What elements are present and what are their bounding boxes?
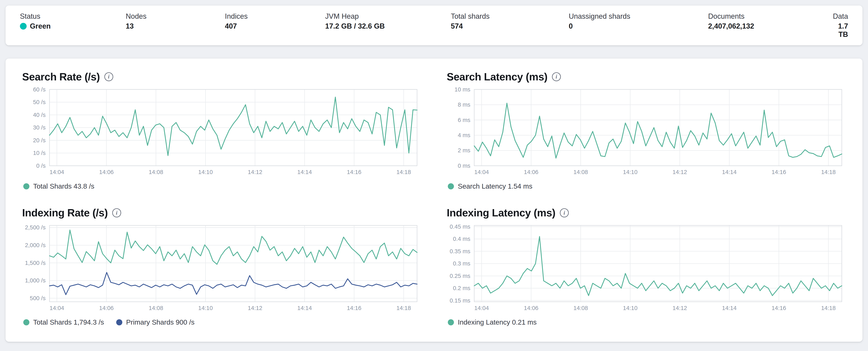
metric-label: Nodes	[126, 12, 225, 21]
svg-text:0.15 ms: 0.15 ms	[450, 297, 470, 304]
svg-text:14:08: 14:08	[149, 305, 163, 311]
metric-value: 407	[225, 22, 325, 30]
svg-text:1,000 /s: 1,000 /s	[25, 277, 46, 284]
metric-value: 13	[126, 22, 225, 30]
metric-label: Status	[20, 12, 126, 21]
svg-text:500 /s: 500 /s	[30, 295, 45, 301]
legend-label: Indexing Latency 0.21 ms	[458, 318, 537, 326]
svg-text:10 /s: 10 /s	[33, 149, 46, 156]
svg-text:50 /s: 50 /s	[33, 99, 46, 105]
metric-value: 17.2 GB / 32.6 GB	[325, 22, 451, 30]
charts-panel: Search Rate (/s) i 0 /s10 /s20 /s30 /s40…	[5, 59, 863, 342]
svg-text:2,500 /s: 2,500 /s	[25, 224, 46, 231]
metric-status: Status Green	[20, 12, 126, 30]
chart-legend: Total Shards 1,794.3 /sPrimary Shards 90…	[22, 318, 421, 326]
legend-item[interactable]: Primary Shards 900 /s	[116, 318, 194, 326]
legend-label: Total Shards 43.8 /s	[33, 182, 94, 190]
chart-legend: Total Shards 43.8 /s	[22, 182, 421, 190]
svg-text:14:04: 14:04	[50, 305, 64, 311]
info-icon[interactable]: i	[560, 208, 569, 217]
svg-text:0.2 ms: 0.2 ms	[453, 285, 470, 291]
metric-unassigned-shards: Unassigned shards 0	[569, 12, 708, 30]
chart-indexing-rate: Indexing Rate (/s) i 500 /s1,000 /s1,500…	[22, 207, 421, 326]
svg-text:0.25 ms: 0.25 ms	[450, 273, 470, 279]
svg-text:2 ms: 2 ms	[458, 147, 470, 153]
svg-text:1,500 /s: 1,500 /s	[25, 259, 46, 266]
svg-text:2,000 /s: 2,000 /s	[25, 242, 46, 248]
svg-text:14:16: 14:16	[347, 169, 362, 175]
chart-canvas[interactable]: 0 ms2 ms4 ms6 ms8 ms10 ms14:0414:0614:08…	[447, 86, 846, 179]
metric-data-size: Data 1.7 TB	[827, 12, 848, 39]
metric-value: Green	[30, 22, 51, 30]
svg-text:14:14: 14:14	[297, 305, 312, 311]
chart-title: Indexing Rate (/s)	[22, 207, 108, 219]
svg-text:14:12: 14:12	[672, 169, 687, 175]
svg-text:14:04: 14:04	[50, 169, 64, 175]
metric-label: JVM Heap	[325, 12, 451, 21]
svg-text:14:10: 14:10	[623, 305, 638, 311]
svg-text:14:12: 14:12	[248, 305, 262, 311]
legend-item[interactable]: Total Shards 1,794.3 /s	[23, 318, 104, 326]
chart-search-latency: Search Latency (ms) i 0 ms2 ms4 ms6 ms8 …	[447, 71, 846, 190]
svg-text:0 ms: 0 ms	[458, 163, 470, 169]
legend-series-dot-icon	[23, 319, 29, 325]
cluster-summary-bar: Status Green Nodes 13 Indices 407 JVM He…	[5, 5, 863, 45]
legend-label: Primary Shards 900 /s	[126, 318, 194, 326]
info-icon[interactable]: i	[112, 208, 121, 217]
chart-title: Search Latency (ms)	[447, 71, 548, 83]
legend-series-dot-icon	[448, 319, 454, 325]
svg-text:14:08: 14:08	[149, 169, 163, 175]
svg-text:14:10: 14:10	[198, 305, 213, 311]
chart-canvas[interactable]: 0 /s10 /s20 /s30 /s40 /s50 /s60 /s14:041…	[22, 86, 421, 179]
svg-text:10 ms: 10 ms	[455, 86, 470, 93]
legend-item[interactable]: Indexing Latency 0.21 ms	[448, 318, 536, 326]
svg-text:14:14: 14:14	[722, 305, 737, 311]
chart-title: Indexing Latency (ms)	[447, 207, 556, 219]
svg-text:14:14: 14:14	[722, 169, 737, 175]
svg-text:14:18: 14:18	[397, 305, 411, 311]
metric-total-shards: Total shards 574	[451, 12, 569, 30]
metric-jvm-heap: JVM Heap 17.2 GB / 32.6 GB	[325, 12, 451, 30]
svg-text:0.3 ms: 0.3 ms	[453, 260, 470, 267]
legend-series-dot-icon	[23, 183, 29, 189]
chart-search-rate: Search Rate (/s) i 0 /s10 /s20 /s30 /s40…	[22, 71, 421, 190]
svg-text:0.45 ms: 0.45 ms	[450, 223, 470, 230]
svg-text:14:06: 14:06	[99, 305, 114, 311]
svg-text:14:10: 14:10	[198, 169, 213, 175]
metric-label: Data	[827, 12, 848, 21]
metric-nodes: Nodes 13	[126, 12, 225, 30]
svg-text:0.4 ms: 0.4 ms	[453, 236, 470, 242]
svg-text:14:06: 14:06	[524, 169, 538, 175]
svg-text:14:16: 14:16	[772, 305, 786, 311]
svg-text:14:14: 14:14	[297, 169, 312, 175]
metric-value: 2,407,062,132	[708, 22, 827, 30]
metric-label: Total shards	[451, 12, 569, 21]
metric-value: 0	[569, 22, 708, 30]
legend-series-dot-icon	[116, 319, 122, 325]
svg-text:14:18: 14:18	[397, 169, 411, 175]
legend-item[interactable]: Search Latency 1.54 ms	[448, 182, 532, 190]
legend-item[interactable]: Total Shards 43.8 /s	[23, 182, 94, 190]
status-green-dot-icon	[20, 23, 27, 30]
monitoring-dashboard: Status Green Nodes 13 Indices 407 JVM He…	[0, 0, 868, 351]
metric-label: Indices	[225, 12, 325, 21]
svg-text:30 /s: 30 /s	[33, 124, 46, 131]
chart-legend: Indexing Latency 0.21 ms	[447, 318, 846, 326]
info-icon[interactable]: i	[104, 72, 113, 81]
svg-text:14:18: 14:18	[821, 169, 836, 175]
chart-canvas[interactable]: 500 /s1,000 /s1,500 /s2,000 /s2,500 /s14…	[22, 222, 421, 315]
svg-text:14:04: 14:04	[474, 169, 489, 175]
metric-indices: Indices 407	[225, 12, 325, 30]
chart-indexing-latency: Indexing Latency (ms) i 0.15 ms0.2 ms0.2…	[447, 207, 846, 326]
chart-legend: Search Latency 1.54 ms	[447, 182, 846, 190]
svg-text:14:18: 14:18	[821, 305, 836, 311]
svg-text:14:06: 14:06	[99, 169, 114, 175]
chart-canvas[interactable]: 0.15 ms0.2 ms0.25 ms0.3 ms0.35 ms0.4 ms0…	[447, 222, 846, 315]
svg-text:60 /s: 60 /s	[33, 86, 46, 93]
svg-text:20 /s: 20 /s	[33, 137, 46, 143]
svg-text:14:08: 14:08	[573, 305, 588, 311]
info-icon[interactable]: i	[552, 72, 561, 81]
svg-text:14:10: 14:10	[623, 169, 638, 175]
svg-text:14:04: 14:04	[474, 305, 489, 311]
svg-text:8 ms: 8 ms	[458, 101, 470, 108]
